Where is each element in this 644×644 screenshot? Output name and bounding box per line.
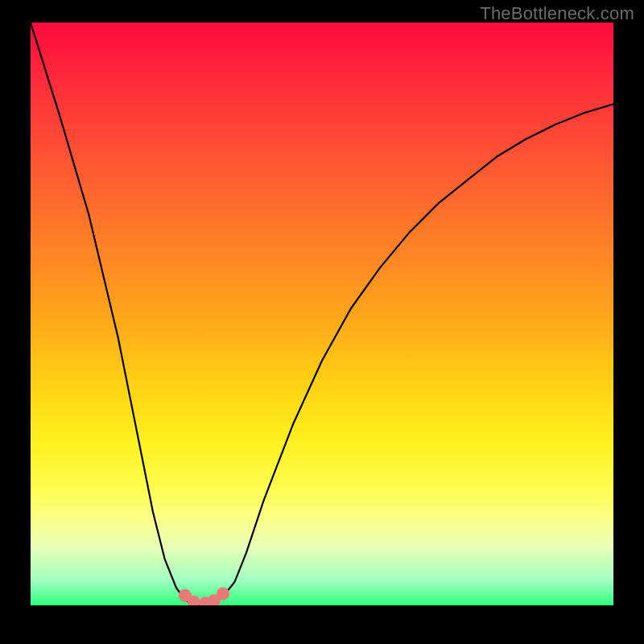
bottleneck-curve xyxy=(31,23,613,605)
chart-svg xyxy=(31,23,613,605)
chart-frame: TheBottleneck.com xyxy=(0,0,644,644)
marker-group xyxy=(179,588,229,605)
curve-marker xyxy=(217,588,229,601)
watermark-text: TheBottleneck.com xyxy=(480,3,634,24)
plot-area xyxy=(31,23,613,605)
